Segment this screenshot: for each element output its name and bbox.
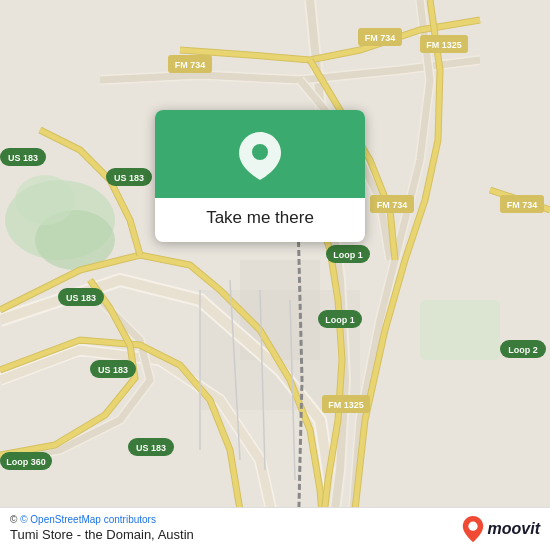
svg-point-42 <box>468 522 477 531</box>
popup-card[interactable]: Take me there <box>155 110 365 242</box>
take-me-there-button[interactable]: Take me there <box>190 198 330 242</box>
svg-text:FM 734: FM 734 <box>175 60 206 70</box>
svg-text:US 183: US 183 <box>66 293 96 303</box>
svg-text:Loop 2: Loop 2 <box>508 345 538 355</box>
svg-point-3 <box>15 175 75 225</box>
svg-text:FM 734: FM 734 <box>377 200 408 210</box>
credit-symbol: © <box>10 514 20 525</box>
svg-text:Loop 360: Loop 360 <box>6 457 46 467</box>
svg-rect-4 <box>420 300 500 360</box>
moovit-pin-icon <box>462 516 484 542</box>
svg-text:FM 1325: FM 1325 <box>328 400 364 410</box>
svg-text:FM 1325: FM 1325 <box>426 40 462 50</box>
svg-text:FM 734: FM 734 <box>365 33 396 43</box>
svg-text:FM 734: FM 734 <box>507 200 538 210</box>
location-pin-icon <box>239 132 281 180</box>
svg-text:Loop 1: Loop 1 <box>333 250 363 260</box>
map-background: FM 734 FM 734 FM 1325 FM 734 FM 734 US 1… <box>0 0 550 550</box>
svg-text:Loop 1: Loop 1 <box>325 315 355 325</box>
svg-text:US 183: US 183 <box>136 443 166 453</box>
popup-green-area <box>155 110 365 198</box>
moovit-brand-text: moovit <box>488 520 540 538</box>
openstreetmap-credit: © © OpenStreetMap contributors <box>10 514 540 525</box>
moovit-logo: moovit <box>462 516 540 542</box>
location-title: Tumi Store - the Domain, Austin <box>10 527 540 542</box>
openstreetmap-link[interactable]: © OpenStreetMap contributors <box>20 514 156 525</box>
svg-text:US 183: US 183 <box>8 153 38 163</box>
svg-text:US 183: US 183 <box>98 365 128 375</box>
svg-text:US 183: US 183 <box>114 173 144 183</box>
map-container: FM 734 FM 734 FM 1325 FM 734 FM 734 US 1… <box>0 0 550 550</box>
